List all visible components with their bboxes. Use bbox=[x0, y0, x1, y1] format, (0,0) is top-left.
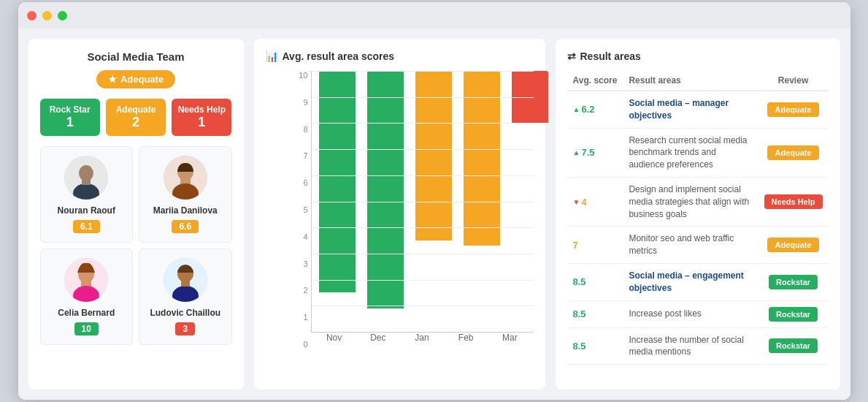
left-panel: Social Media Team ★ Adequate Rock Star 1… bbox=[28, 39, 244, 390]
score-cell-1: ▲7.5 bbox=[567, 128, 623, 177]
y-label-2: 2 bbox=[288, 286, 308, 295]
rockstar-stat: Rock Star 1 bbox=[40, 99, 100, 136]
score-value-5: 8.5 bbox=[573, 308, 586, 319]
score-cell-0: ▲6.2 bbox=[567, 91, 623, 128]
arrow-down-icon: ▼ bbox=[573, 198, 580, 206]
y-label-1: 1 bbox=[288, 313, 308, 322]
avatar-3 bbox=[164, 258, 207, 302]
area-cell-2: Design and implement social media strate… bbox=[623, 177, 758, 226]
result-row-2: ▼4Design and implement social media stra… bbox=[567, 177, 829, 226]
y-label-6: 6 bbox=[288, 178, 308, 187]
result-areas-table: Avg. score Result areas Review ▲6.2Socia… bbox=[567, 71, 829, 365]
gridline-4 bbox=[312, 227, 534, 228]
review-cell-3: Adequate bbox=[758, 227, 829, 264]
result-areas-title: ⇄ Result areas bbox=[567, 50, 829, 62]
maximize-button[interactable] bbox=[58, 11, 67, 20]
arrow-up-icon: ▲ bbox=[573, 105, 580, 113]
y-axis: 0 1 2 3 4 5 6 7 8 9 10 bbox=[288, 71, 308, 349]
area-cell-4: Social media – engagement objectives bbox=[623, 263, 758, 300]
gridline-6 bbox=[312, 175, 534, 176]
review-btn-2[interactable]: Needs Help bbox=[764, 194, 823, 209]
area-name-4: Social media – engagement objectives bbox=[629, 270, 743, 293]
team-title: Social Media Team bbox=[87, 50, 184, 63]
y-label-10: 10 bbox=[288, 71, 308, 80]
area-cell-0: Social media – manager objectives bbox=[623, 91, 758, 128]
y-label-9: 9 bbox=[288, 98, 308, 107]
main-content: Social Media Team ★ Adequate Rock Star 1… bbox=[18, 29, 850, 400]
review-cell-5: Rockstar bbox=[758, 300, 829, 327]
svg-rect-15 bbox=[181, 279, 190, 287]
member-name-0: Nouran Raouf bbox=[47, 205, 127, 216]
review-cell-0: Adequate bbox=[758, 91, 829, 128]
area-name-1: Research current social media benchmark … bbox=[629, 135, 747, 170]
overall-badge: ★ Adequate bbox=[96, 70, 175, 88]
y-label-5: 5 bbox=[288, 205, 308, 214]
member-score-2: 10 bbox=[74, 322, 99, 335]
rockstar-label: Rock Star bbox=[46, 105, 94, 115]
minimize-button[interactable] bbox=[42, 11, 52, 20]
review-btn-4[interactable]: Rockstar bbox=[769, 275, 818, 289]
member-score-3: 3 bbox=[175, 322, 195, 335]
team-grid: Nouran Raouf 6.1 Mariia Danilo bbox=[40, 146, 232, 345]
stats-row: Rock Star 1 Adequate 2 Needs Help 1 bbox=[40, 99, 232, 136]
gridline-8 bbox=[312, 123, 534, 124]
titlebar bbox=[18, 2, 850, 29]
review-btn-5[interactable]: Rockstar bbox=[769, 307, 818, 322]
score-cell-6: 8.5 bbox=[567, 327, 623, 365]
star-icon: ★ bbox=[108, 74, 117, 85]
area-name-5: Increase post likes bbox=[629, 308, 701, 319]
chart-area bbox=[311, 71, 534, 333]
member-name-2: Celia Bernard bbox=[47, 308, 127, 318]
x-label-feb: Feb bbox=[450, 333, 482, 349]
member-name-1: Mariia Danilova bbox=[145, 205, 226, 216]
adequate-stat: Adequate 2 bbox=[106, 99, 166, 136]
review-btn-1[interactable]: Adequate bbox=[767, 145, 818, 160]
area-cell-6: Increase the number of social media ment… bbox=[623, 327, 758, 365]
result-row-6: 8.5Increase the number of social media m… bbox=[567, 327, 829, 365]
team-member-0: Nouran Raouf 6.1 bbox=[40, 146, 134, 243]
chart-container: 0 1 2 3 4 5 6 7 8 9 10 bbox=[266, 71, 534, 378]
needshelp-count: 1 bbox=[177, 115, 226, 130]
member-score-0: 6.1 bbox=[73, 220, 100, 233]
result-row-3: 7Monitor seo and web traffic metricsAdeq… bbox=[567, 227, 829, 264]
adequate-label: Adequate bbox=[112, 105, 160, 115]
score-value-0: 6.2 bbox=[581, 104, 594, 115]
right-panel: ⇄ Result areas Avg. score Result areas R… bbox=[556, 39, 840, 390]
avatar-1 bbox=[164, 156, 207, 200]
review-btn-0[interactable]: Adequate bbox=[767, 102, 818, 117]
y-label-0: 0 bbox=[288, 340, 308, 349]
area-cell-1: Research current social media benchmark … bbox=[623, 128, 758, 177]
rockstar-count: 1 bbox=[46, 115, 94, 130]
score-value-6: 8.5 bbox=[573, 341, 586, 352]
area-cell-5: Increase post likes bbox=[623, 300, 758, 327]
area-name-2: Design and implement social media strate… bbox=[629, 184, 749, 219]
score-cell-2: ▼4 bbox=[567, 177, 623, 226]
score-value-2: 4 bbox=[581, 197, 586, 208]
x-label-dec: Dec bbox=[362, 333, 394, 349]
middle-panel: 📊 Avg. result area scores 0 1 2 3 4 5 6 … bbox=[254, 39, 545, 390]
col-area: Result areas bbox=[623, 71, 758, 91]
result-row-1: ▲7.5Research current social media benchm… bbox=[567, 128, 829, 177]
x-label-mar: Mar bbox=[493, 333, 526, 349]
score-value-3: 7 bbox=[573, 240, 578, 251]
gridline-10 bbox=[312, 71, 534, 72]
area-name-0: Social media – manager objectives bbox=[629, 98, 729, 121]
gridline-7 bbox=[312, 149, 534, 150]
result-areas-icon: ⇄ bbox=[567, 50, 576, 62]
col-review: Review bbox=[758, 71, 829, 91]
arrow-up-icon: ▲ bbox=[573, 148, 580, 156]
area-name-6: Increase the number of social media ment… bbox=[629, 335, 743, 357]
gridline-1 bbox=[312, 306, 534, 306]
close-button[interactable] bbox=[27, 11, 37, 20]
team-member-2: Celia Bernard 10 bbox=[40, 249, 134, 345]
review-cell-6: Rockstar bbox=[758, 327, 829, 365]
gridline-2 bbox=[312, 280, 534, 281]
review-cell-1: Adequate bbox=[758, 128, 829, 177]
result-row-5: 8.5Increase post likesRockstar bbox=[567, 300, 829, 327]
y-label-7: 7 bbox=[288, 151, 308, 160]
gridline-3 bbox=[312, 254, 534, 254]
review-btn-3[interactable]: Adequate bbox=[767, 238, 818, 252]
review-btn-6[interactable]: Rockstar bbox=[769, 338, 818, 353]
result-row-4: 8.5Social media – engagement objectivesR… bbox=[567, 263, 829, 300]
member-name-3: Ludovic Chaillou bbox=[145, 308, 226, 318]
